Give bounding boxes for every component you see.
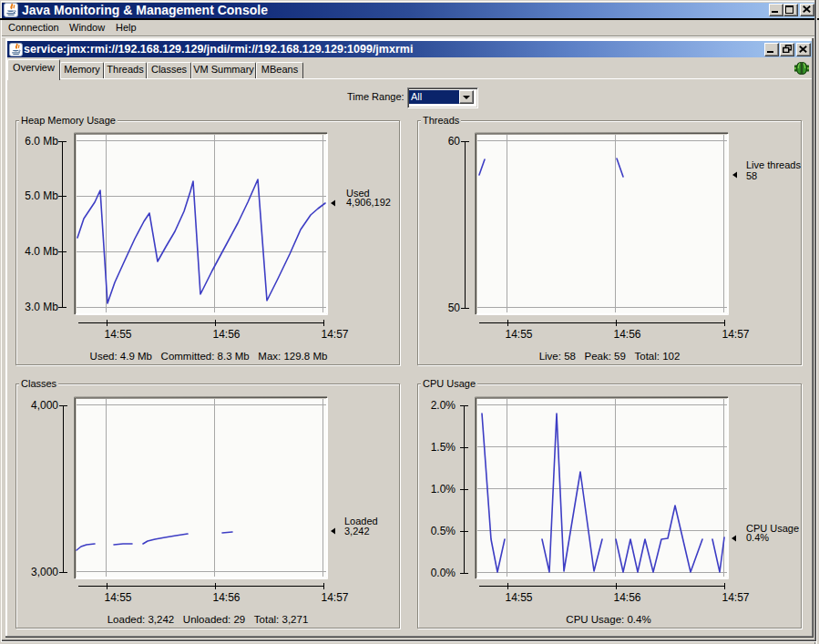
svg-text:14:55: 14:55 (105, 328, 132, 341)
svg-text:0.5%: 0.5% (431, 525, 456, 537)
svg-text:0.0%: 0.0% (431, 567, 456, 579)
svg-text:4,000: 4,000 (31, 399, 58, 412)
svg-text:6.0 Mb: 6.0 Mb (25, 135, 58, 148)
svg-text:14:57: 14:57 (322, 328, 349, 341)
svg-text:14:55: 14:55 (506, 591, 533, 604)
svg-text:CPU Usage: 0.4%: CPU Usage: 0.4% (566, 614, 650, 625)
svg-text:4,906,192: 4,906,192 (346, 197, 391, 208)
svg-text:50: 50 (448, 302, 461, 314)
svg-text:5.0 Mb: 5.0 Mb (25, 189, 58, 202)
svg-text:14:57: 14:57 (322, 591, 349, 604)
svg-text:60: 60 (448, 135, 461, 148)
svg-text:58: 58 (746, 170, 757, 181)
svg-text:3,000: 3,000 (31, 566, 58, 578)
svg-text:0.4%: 0.4% (746, 532, 769, 543)
svg-text:14:55: 14:55 (105, 591, 132, 604)
svg-text:1.5%: 1.5% (431, 441, 456, 454)
svg-text:14:57: 14:57 (722, 591, 750, 604)
svg-text:Live threads: Live threads (746, 159, 801, 170)
svg-text:14:56: 14:56 (213, 591, 241, 604)
svg-text:2.0%: 2.0% (431, 399, 456, 412)
svg-text:14:56: 14:56 (213, 328, 241, 341)
svg-text:3,242: 3,242 (344, 526, 370, 537)
svg-text:Live: 58 Peak: 59 Total: 1: Live: 58 Peak: 59 Total: 102 (539, 351, 681, 362)
svg-text:14:57: 14:57 (722, 328, 750, 341)
svg-text:Used: 4.9 Mb Committed: 8.3: Used: 4.9 Mb Committed: 8.3 Mb Max: 129.… (90, 351, 328, 362)
svg-text:3.0 Mb: 3.0 Mb (25, 301, 58, 313)
svg-text:Loaded: 3,242 Unloaded: 29: Loaded: 3,242 Unloaded: 29 Total: 3,271 (107, 614, 309, 625)
svg-text:14:56: 14:56 (614, 591, 641, 604)
svg-text:1.0%: 1.0% (431, 483, 456, 496)
svg-text:14:55: 14:55 (506, 328, 533, 341)
svg-text:14:56: 14:56 (614, 328, 641, 341)
svg-text:4.0 Mb: 4.0 Mb (25, 245, 58, 258)
